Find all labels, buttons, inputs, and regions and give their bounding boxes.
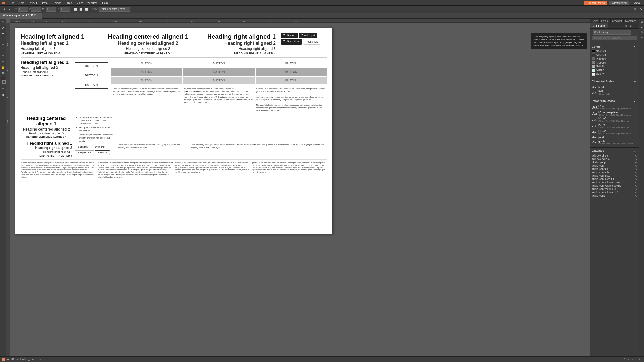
tooltip-right-button[interactable]: Tooltip right — [299, 33, 317, 38]
library-dropdown[interactable]: Wireframing — [593, 30, 631, 35]
tool-rectangle[interactable]: □ — [1, 54, 6, 59]
color-swatch-f2f[interactable]: #f2f2f2 — [592, 73, 637, 76]
tooltip-bottom-button[interactable]: Tooltip bottom — [281, 39, 302, 45]
fill-color-swatch[interactable] — [1, 77, 5, 80]
stroke-color-swatch[interactable] — [2, 80, 6, 84]
graphic-audio-icon-full[interactable]: audio-icon-full AI — [592, 168, 637, 170]
style-h1-left[interactable]: Aa H1-left Gibson, SemiBold, 38pt, Hyphe… — [592, 105, 637, 110]
menu-table[interactable]: Table — [63, 1, 74, 5]
tool-pen[interactable]: ✒ — [1, 31, 6, 36]
grid-btn-1-2[interactable]: BUTTON — [183, 60, 255, 67]
tool-zoom[interactable]: 🔍 — [1, 71, 6, 76]
panel-tab-swatches[interactable]: Swatches — [624, 19, 638, 23]
right-icon-resize[interactable]: ⊡ — [639, 30, 644, 35]
colors-expand-btn[interactable]: ▼ — [633, 45, 637, 48]
panel-tab-gradient[interactable]: Gradient — [611, 19, 624, 23]
character-styles-expand-btn[interactable]: ▼ — [633, 80, 637, 84]
library-search-input[interactable] — [592, 36, 637, 40]
graphic-audio-icon-volume-up2[interactable]: audio-icon-volume-up2 AI — [592, 191, 637, 194]
graphics-expand-btn[interactable]: ▼ — [633, 149, 637, 153]
tooltip-top-btn2[interactable]: Tooltip top — [75, 145, 90, 149]
graphic-audio-icon[interactable]: audio-icon AI — [592, 164, 637, 167]
tool-normal-mode[interactable]: □ — [1, 87, 6, 92]
right-icon-collapse[interactable]: ◀ — [639, 20, 644, 24]
toolbar-align-center[interactable]: ⬜ — [78, 7, 83, 11]
tool-scissors[interactable]: ✂ — [1, 59, 6, 64]
panel-menu-btn[interactable]: ☰ — [634, 24, 638, 28]
graphic-add-box-circle[interactable]: add-box-circle AI — [592, 154, 637, 157]
grid-btn-2-2[interactable]: BUTTON — [183, 68, 255, 76]
menu-file[interactable]: File — [8, 1, 16, 5]
style-h3-left[interactable]: Aa H3-left Gibson, SemiBold, 20pt, Hyphe… — [592, 123, 637, 129]
tool-type[interactable]: T — [1, 37, 6, 42]
view-mode-selector[interactable]: Wireframing — [609, 1, 629, 5]
tool-hand[interactable]: ✋ — [1, 65, 6, 70]
grid-btn-3-2[interactable]: BUTTON — [183, 77, 255, 84]
grid-btn-1-3[interactable]: BUTTON — [256, 60, 327, 67]
style-h2-left[interactable]: Aa H2-left Gibson, SemiBold, 28pt, Hyphe… — [592, 117, 637, 123]
menu-window[interactable]: Window — [85, 1, 99, 5]
grid-btn-2-1[interactable]: BUTTON — [111, 68, 182, 76]
grid-btn-2-3[interactable]: BUTTON — [256, 68, 327, 76]
style-h1-left-neg[interactable]: Aa H1-left-negative Gibson, SemiBold, 38… — [592, 111, 637, 116]
panel-grid-view-btn[interactable]: ⊞ — [623, 24, 628, 28]
toolbar-x-input[interactable] — [18, 7, 28, 12]
status-zoom-out[interactable]: - — [631, 357, 635, 361]
graphic-audio-icon-volume-up[interactable]: audio-icon-volume-up AI — [592, 188, 637, 191]
graphic-audio-icon-full2[interactable]: audio-icon-full2 AI — [592, 171, 637, 174]
graphic-audio-icon-volume-down[interactable]: audio-icon-volume-down AI — [592, 181, 637, 184]
doc-button-2[interactable]: BUTTON — [75, 72, 108, 79]
tab-close-icon[interactable]: ✕ — [37, 14, 39, 17]
panel-tab-cc-libraries[interactable]: CC Libraries — [590, 23, 608, 28]
toolbar-align-left[interactable]: ⬜ — [73, 7, 78, 11]
toolbar-h-input[interactable] — [60, 7, 70, 12]
tool-pencil[interactable]: ✏ — [1, 42, 6, 47]
color-swatch-666[interactable]: #666666 — [592, 57, 637, 60]
doc-button-3[interactable]: BUTTON — [75, 81, 108, 89]
menu-type[interactable]: Type — [39, 1, 50, 5]
toolbar-y-input[interactable] — [31, 7, 41, 12]
publish-online-button[interactable]: Publish Online — [584, 1, 607, 5]
toolbar-w-input[interactable] — [46, 7, 56, 12]
style-h4-left[interactable]: Aa H4-left Gibson, SemiBold, 16pt, Hyphe… — [592, 129, 637, 135]
toolbar-direct-select[interactable]: ↗ — [7, 7, 12, 11]
menu-view[interactable]: View — [74, 1, 85, 5]
toolbar-select-tool[interactable]: ↖ — [2, 7, 7, 11]
panel-tab-color[interactable]: Color — [590, 19, 600, 23]
menu-help[interactable]: Help — [100, 1, 110, 5]
panel-tab-stroke[interactable]: Stroke — [600, 19, 611, 23]
status-zoom-in[interactable]: + — [637, 357, 642, 361]
menu-layout[interactable]: Layout — [26, 1, 39, 5]
add-library-btn[interactable]: + — [633, 30, 637, 34]
tool-select[interactable]: ↖ — [1, 20, 6, 25]
paragraph-styles-expand-btn[interactable]: ▼ — [633, 100, 637, 104]
style-p-txt[interactable]: Aa p-txt — [592, 135, 637, 139]
tool-line[interactable]: / — [1, 48, 6, 53]
style-italic[interactable]: Aa italic Gibson, Italic — [592, 90, 637, 96]
canvas-area[interactable]: -200 -100 0 100 200 300 400 500 600 700 … — [6, 19, 590, 356]
tab-wireframing[interactable]: Wireframing set.indd @ 75% ✕ — [0, 13, 42, 19]
toolbar-align-right[interactable]: ⬜ — [84, 7, 89, 11]
toolbar-settings[interactable]: ⚙ — [638, 7, 643, 11]
tooltip-left-btn2[interactable]: Tooltip left — [95, 150, 110, 155]
style-bold[interactable]: Aa bold — [592, 85, 637, 89]
grid-btn-3-1[interactable]: BUTTON — [111, 77, 182, 84]
graphic-alert-pop-up[interactable]: alert-pop-up AI — [592, 161, 637, 164]
menu-object[interactable]: Object — [50, 1, 63, 5]
graphic-add-box-square[interactable]: add-box-square AI — [592, 158, 637, 160]
color-swatch-d2f[interactable]: #d2f2f2 — [592, 69, 637, 72]
right-icon-expand[interactable]: ▶ — [639, 25, 644, 29]
grid-btn-3-3[interactable]: BUTTON — [256, 77, 327, 84]
tooltip-left-button[interactable]: Tooltip left — [303, 39, 320, 45]
tool-direct-select[interactable]: ↗ — [1, 25, 6, 30]
tooltip-right-btn2[interactable]: Tooltip right — [91, 145, 107, 149]
graphic-audio-icon-volume-down2[interactable]: audio-icon-volume-down2 AI — [592, 184, 637, 187]
graphic-audio-icon2[interactable]: audio-icon2 AI — [592, 194, 637, 197]
graphic-audio-icon-mute-full[interactable]: audio-icon-mute-full AI — [592, 178, 637, 180]
color-swatch-b1b[interactable]: #b1b1b1 — [592, 65, 637, 68]
style-quote[interactable]: Aa quote Gibson, Italic, 13px, Alignment… — [592, 140, 637, 145]
panel-list-view-btn[interactable]: ≡ — [629, 24, 633, 28]
tooltip-top-button[interactable]: Tooltip top — [281, 33, 298, 38]
toolbar-grid-view[interactable]: ⊞ — [633, 7, 637, 11]
tooltip-bottom-btn2[interactable]: Tooltip bottom — [75, 150, 94, 155]
